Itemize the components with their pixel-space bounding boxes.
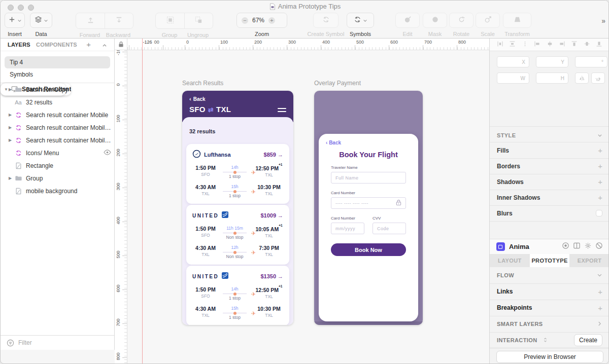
anima-row-smart-layers[interactable]: SMART LAYERS <box>497 316 602 332</box>
layer-item-group[interactable]: ▶Group <box>1 172 114 185</box>
field-input[interactable]: Full Name <box>331 172 406 184</box>
zoom-out-button[interactable]: − <box>242 17 248 24</box>
flight-card[interactable]: UNITED$1009→1:50 PMSFO11h 15mNon stop✈10… <box>186 205 289 265</box>
anima-row-links[interactable]: Links+ <box>497 283 602 300</box>
toolbar-button-forward[interactable] <box>76 13 105 28</box>
collapse-pages-icon[interactable] <box>102 41 107 50</box>
anima-tab-export[interactable]: EXPORT <box>569 254 609 267</box>
distribute-horizontally-icon[interactable] <box>497 40 503 49</box>
slash-circle-icon[interactable] <box>595 242 603 251</box>
gear-icon[interactable] <box>584 242 592 251</box>
overflow-dots-icon[interactable] <box>522 40 528 49</box>
add-inner-shadows-button[interactable]: + <box>598 193 602 202</box>
anima-tab-layout[interactable]: LAYOUT <box>490 254 530 267</box>
size-field-w[interactable]: W <box>497 72 529 84</box>
toolbar-button-ungroup[interactable] <box>184 13 213 28</box>
add-breakpoints-button[interactable]: + <box>598 304 602 312</box>
flight-card[interactable]: UNITED$1350→1:50 PMSFO14h1 stop✈12:50 PM… <box>186 266 289 325</box>
columns-icon[interactable] <box>573 242 581 251</box>
style-row-borders[interactable]: Borders+ <box>497 158 602 174</box>
book-now-button[interactable]: Book Now <box>331 243 406 256</box>
toolbar-overflow-icon[interactable]: » <box>601 17 604 25</box>
layer-item-32-results[interactable]: Aa32 results <box>1 96 114 108</box>
align-bottom-icon[interactable] <box>596 40 602 49</box>
align-left-icon[interactable] <box>534 40 540 49</box>
tab-layers[interactable]: LAYERS <box>8 42 30 48</box>
expander-right-icon[interactable]: ▶ <box>8 113 13 117</box>
canvas[interactable]: Search Results Overlay Payment ‹Back SFO… <box>127 50 489 364</box>
distribute-vertically-icon[interactable] <box>509 40 516 49</box>
anima-row-flow[interactable]: FLOW <box>497 267 602 283</box>
position-field-x[interactable]: X <box>497 56 529 67</box>
filter-input[interactable]: Filter <box>18 339 32 346</box>
canvas-guide[interactable] <box>142 39 143 364</box>
field-input[interactable]: Code <box>373 223 406 234</box>
field-input[interactable]: ---- ---- ---- ---- <box>331 197 406 209</box>
flight-card[interactable]: Lufthansa$859→1:50 PMSFO14h1 stop✈12:50 … <box>186 144 289 204</box>
style-row-inner-shadows[interactable]: Inner Shadows+ <box>497 190 602 205</box>
anima-row-breakpoints[interactable]: Breakpoints+ <box>497 300 602 316</box>
add-shadows-button[interactable]: + <box>598 177 602 186</box>
updown-icon[interactable] <box>543 336 548 345</box>
toolbar-button-create-symbol[interactable] <box>313 13 339 28</box>
filter-bar[interactable]: Filter <box>1 335 114 350</box>
add-borders-button[interactable]: + <box>598 162 602 170</box>
flip-horizontal-button[interactable] <box>575 72 589 84</box>
page-item-tip-4[interactable]: Tip 4 <box>5 56 110 68</box>
ruler-vertical[interactable]: -1000100200300400500600700800 <box>115 50 127 364</box>
menu-icon[interactable] <box>278 108 286 114</box>
expander-right-icon[interactable]: ▶ <box>8 87 13 92</box>
eye-icon[interactable] <box>104 149 111 157</box>
layer-item-search-result-container-mobile[interactable]: ▶Search result container Mobile <box>1 108 114 121</box>
anima-row-interaction[interactable]: INTERACTIONCreate <box>497 332 602 348</box>
preview-in-browser-button[interactable]: Preview in Browser <box>496 351 603 363</box>
toolbar-button-data[interactable] <box>30 13 52 28</box>
price-link[interactable]: $859→ <box>264 152 283 158</box>
tab-components[interactable]: COMPONENTS <box>36 42 77 48</box>
layer-item-back-icon-copy[interactable]: ▶Back icon Copy <box>1 83 114 96</box>
toolbar-button-insert[interactable] <box>5 13 25 28</box>
page-item-tip-3[interactable]: Tip 3 <box>1 51 114 56</box>
ruler-lock[interactable] <box>115 39 127 50</box>
price-link[interactable]: $1009→ <box>260 212 283 219</box>
add-fills-button[interactable]: + <box>598 146 602 155</box>
artboard-search-results[interactable]: ‹Back SFO⇄TXL 32 results Lufthansa$859→1… <box>182 91 293 325</box>
layer-item-rectangle[interactable]: Rectangle <box>1 159 114 172</box>
swap-icon[interactable]: ⇄ <box>208 106 214 114</box>
position-field-rotation[interactable]: ° <box>575 56 607 67</box>
size-field-h[interactable]: H <box>536 72 568 84</box>
align-center-vertical-icon[interactable] <box>584 40 590 49</box>
flip-vertical-button[interactable] <box>591 72 605 84</box>
toolbar-button-mask[interactable] <box>423 13 447 28</box>
layer-item-icons-menu[interactable]: Icons/ Menu <box>1 147 114 159</box>
layer-item-search-result-container-mobil[interactable]: ▶Search result container Mobil… <box>1 121 114 134</box>
style-row-blurs[interactable]: Blurs <box>497 205 602 221</box>
toolbar-button-transform[interactable] <box>503 13 531 28</box>
back-button[interactable]: ‹Back <box>189 96 206 102</box>
blurs-checkbox[interactable] <box>596 210 602 216</box>
style-row-shadows[interactable]: Shadows+ <box>497 174 602 190</box>
create-button[interactable]: Create <box>574 334 602 346</box>
style-row-fills[interactable]: Fills+ <box>497 142 602 158</box>
toolbar-button-rotate[interactable] <box>449 13 473 28</box>
zoom-in-button[interactable]: + <box>268 17 275 24</box>
expander-right-icon[interactable]: ▶ <box>8 176 13 180</box>
style-section-header[interactable]: STYLE <box>497 130 602 141</box>
position-field-y[interactable]: Y <box>536 56 568 67</box>
layer-item-search-result-container-mobil[interactable]: ▶Search result container Mobil… <box>1 134 114 147</box>
align-center-horizontal-icon[interactable] <box>547 40 553 49</box>
expander-right-icon[interactable]: ▶ <box>8 125 13 130</box>
toolbar-button-backward[interactable] <box>105 13 133 28</box>
expander-right-icon[interactable]: ▶ <box>8 138 13 142</box>
artboard-title-search-results[interactable]: Search Results <box>182 80 223 87</box>
add-links-button[interactable]: + <box>598 287 602 296</box>
anima-tab-prototype[interactable]: PROTOTYPE <box>530 254 570 267</box>
toolbar-button-scale[interactable] <box>476 13 500 28</box>
ruler-horizontal[interactable]: 0100200300400500600700800-12600 <box>127 39 489 50</box>
toolbar-button-group[interactable] <box>156 13 184 28</box>
layer-item-mobile-background[interactable]: mobile background <box>1 185 114 197</box>
artboard-title-overlay-payment[interactable]: Overlay Payment <box>314 80 361 87</box>
artboard-overlay-payment[interactable]: ‹ Back Book Your Flight Traveler NameFul… <box>314 91 423 325</box>
field-input[interactable]: mm/yyyy <box>331 223 364 234</box>
toolbar-button-symbols[interactable] <box>347 13 374 28</box>
